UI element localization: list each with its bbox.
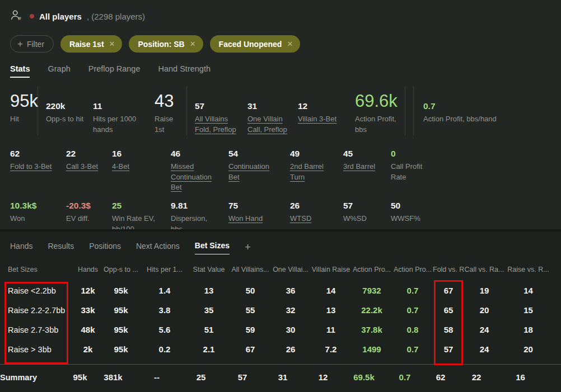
svg-text:#: # <box>18 16 22 21</box>
column-header[interactable]: Hits per 1... <box>142 266 188 273</box>
stat-win-rate-ev: 25 Win Rate EV, bb/100 <box>112 200 171 229</box>
close-icon[interactable]: ✕ <box>109 40 115 48</box>
column-header[interactable]: All Villains... <box>230 266 270 273</box>
stat-label: W%SD <box>343 214 391 224</box>
cell: 65 <box>433 305 464 315</box>
stat-value: 43 <box>155 91 174 111</box>
cell: 95k <box>100 325 142 334</box>
stat-raise-1st: 43 Raise 1st <box>155 87 187 135</box>
stat-value: 75 <box>228 201 238 211</box>
stat-one-villain-call: 31 One Villain Call, Preflop <box>247 87 290 135</box>
stat-value: 0 <box>391 149 396 159</box>
column-header[interactable]: Action Pro... <box>392 266 433 273</box>
column-header[interactable]: One Villai... <box>270 266 311 273</box>
stat-link[interactable]: 2nd Barrel Turn <box>290 162 333 183</box>
table-row[interactable]: Raise 2.2-2.7bb 33k 95k 3.8 35 55 32 13 … <box>0 300 561 320</box>
row-label: Raise <2.2bb <box>8 286 76 295</box>
add-tab-button[interactable]: + <box>245 243 251 254</box>
stat-link[interactable]: All Villains Fold, Preflop <box>195 114 240 135</box>
table-row[interactable]: Raise > 3bb 2k 95k 0.2 2.1 67 26 7.2 149… <box>0 339 561 359</box>
close-icon[interactable]: ✕ <box>190 40 196 48</box>
stat-value: -20.3$ <box>66 201 91 211</box>
cell: 59 <box>230 325 270 334</box>
stat-link[interactable]: Missed Continuation Bet <box>171 162 217 193</box>
column-header[interactable]: Stat Value <box>188 266 230 273</box>
cell: 19 <box>464 286 504 295</box>
stat-value: 9.81 <box>171 201 188 211</box>
cell: 11 <box>311 325 351 334</box>
stat-link[interactable]: 4-Bet <box>112 162 171 172</box>
column-header[interactable]: Bet Sizes <box>8 266 76 273</box>
stat-label: Hits per 1000 hands <box>93 114 147 135</box>
stat-value: 50 <box>391 201 400 211</box>
cell: 22.2k <box>351 305 392 315</box>
stat-label: Win Rate EV, bb/100 <box>112 214 161 229</box>
filter-chip-raise-1st[interactable]: Raise 1st ✕ <box>60 35 122 53</box>
cell: 57 <box>222 372 263 382</box>
stat-link[interactable]: 3rd Barrel <box>343 162 391 172</box>
stat-link[interactable]: Fold to 3-Bet <box>10 162 66 172</box>
cell: 0.7 <box>392 305 433 315</box>
tab-bet-sizes[interactable]: Bet Sizes <box>195 241 230 254</box>
stat-value: 16 <box>112 149 121 159</box>
stat-link[interactable]: Continuation Bet <box>228 162 278 183</box>
stat-opps-to-hit: 220k Opp-s to hit <box>46 87 85 135</box>
column-header[interactable]: Action Pro... <box>351 266 392 273</box>
cell: 57 <box>433 344 464 354</box>
stat-label: Raise 1st <box>155 114 183 135</box>
player-group-title[interactable]: All players <box>39 12 82 21</box>
stat-value: 31 <box>247 101 257 111</box>
cell: 33k <box>76 305 100 315</box>
stats-row-2: 62 Fold to 3-Bet 22 Call 3-Bet 16 4-Bet … <box>0 148 561 193</box>
column-header[interactable]: Opp-s to ... <box>100 266 142 273</box>
tab-next-actions[interactable]: Next Actions <box>136 242 180 254</box>
stats-row-3: 10.3k$ Won -20.3$ EV diff. 25 Win Rate E… <box>0 200 561 229</box>
stat-action-profit-bbs: 69.6k Action Profit, bbs <box>355 87 405 135</box>
stat-value: 0.7 <box>423 101 436 111</box>
column-header[interactable]: Raise vs. R... <box>504 266 552 273</box>
cell: 381k <box>92 372 134 382</box>
stat-value: 45 <box>343 149 353 159</box>
stat-value: 12 <box>298 101 307 111</box>
add-filter-label: Filter <box>27 40 44 49</box>
table-row[interactable]: Raise 2.7-3bb 48k 95k 5.6 51 59 30 11 37… <box>0 320 561 339</box>
tab-graph[interactable]: Graph <box>48 64 70 78</box>
filter-chip-faced-unopened[interactable]: Faced Unopened ✕ <box>210 35 301 53</box>
stat-link[interactable]: Won Hand <box>228 214 290 224</box>
player-selection-bar: # All players , (2298 players) <box>0 0 561 23</box>
table-row[interactable]: Raise <2.2bb 12k 95k 1.4 13 50 36 14 793… <box>0 281 561 300</box>
tab-results[interactable]: Results <box>48 242 74 254</box>
tab-positions[interactable]: Positions <box>89 242 121 254</box>
stat-link[interactable]: Villain 3-Bet <box>298 114 347 125</box>
filter-chip-label: Faced Unopened <box>219 40 282 49</box>
filter-chip-position-sb[interactable]: Position: SB ✕ <box>129 35 203 53</box>
cell: 18 <box>504 325 552 334</box>
cell: 69.5k <box>343 372 385 382</box>
cell: 1499 <box>351 344 392 354</box>
stat-value: 46 <box>171 149 180 159</box>
tab-stats[interactable]: Stats <box>10 64 30 78</box>
stat-all-villains-fold: 57 All Villains Fold, Preflop <box>195 87 240 135</box>
cell: -- <box>134 372 180 382</box>
row-label: Raise > 3bb <box>8 345 76 354</box>
cell: 13 <box>188 286 230 295</box>
cell: 3.8 <box>142 305 188 315</box>
column-header[interactable]: Fold vs. R... <box>433 266 464 273</box>
tab-hands[interactable]: Hands <box>10 242 32 254</box>
column-header[interactable]: Call vs. Ra... <box>464 266 504 273</box>
cell: 62 <box>425 372 456 382</box>
tab-preflop-range[interactable]: Preflop Range <box>88 64 141 78</box>
stat-link[interactable]: Call 3-Bet <box>66 162 112 172</box>
tab-hand-strength[interactable]: Hand Strength <box>158 64 211 78</box>
stat-link[interactable]: WTSD <box>290 214 343 224</box>
cell: 55 <box>230 305 270 315</box>
stat-label: Won <box>10 214 66 224</box>
column-header[interactable]: Hands <box>76 266 100 273</box>
cell: 15 <box>504 305 552 315</box>
add-filter-button[interactable]: + Filter <box>10 35 54 53</box>
table-header: Bet Sizes Hands Opp-s to ... Hits per 1.… <box>0 266 561 273</box>
cell: 24 <box>464 344 504 354</box>
column-header[interactable]: Villain Raise <box>311 266 351 273</box>
close-icon[interactable]: ✕ <box>287 40 293 48</box>
stat-link[interactable]: One Villain Call, Preflop <box>247 114 290 135</box>
